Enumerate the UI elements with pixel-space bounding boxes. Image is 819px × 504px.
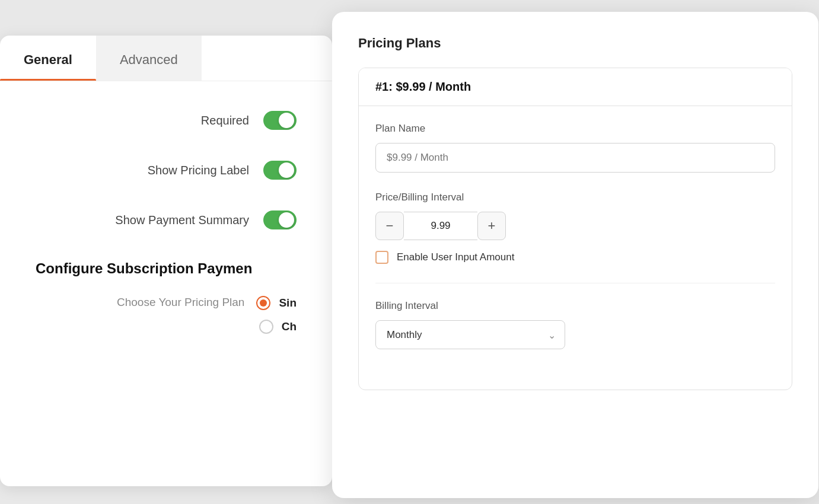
- plan-card: #1: $9.99 / Month Plan Name Price/Billin…: [358, 68, 792, 390]
- show-pricing-label-slider: [263, 161, 297, 180]
- enable-user-input-row: Enable User Input Amount: [375, 251, 775, 264]
- stepper-plus-button[interactable]: +: [477, 212, 506, 240]
- number-stepper: − 9.99 +: [375, 212, 506, 240]
- billing-interval-select[interactable]: Monthly Yearly Weekly Daily: [375, 320, 565, 349]
- left-content: Required Show Pricing Label Show Payment…: [0, 81, 332, 363]
- required-label: Required: [201, 114, 249, 127]
- tabs-header: General Advanced: [0, 36, 332, 81]
- radio-group: Sin Ch: [256, 296, 297, 334]
- radio-option-single[interactable]: Sin: [256, 296, 297, 310]
- right-panel: Pricing Plans #1: $9.99 / Month Plan Nam…: [332, 12, 818, 498]
- show-pricing-label-toggle[interactable]: [263, 161, 297, 180]
- plan-card-header: #1: $9.99 / Month: [359, 68, 792, 106]
- show-payment-summary-toggle[interactable]: [263, 210, 297, 229]
- plan-name-group: Plan Name: [375, 123, 775, 173]
- plan-name-label: Plan Name: [375, 123, 775, 135]
- radio-circle-single[interactable]: [256, 296, 270, 310]
- show-payment-summary-toggle-row: Show Payment Summary: [36, 210, 297, 229]
- radio-circle-checkout[interactable]: [259, 320, 273, 334]
- price-billing-label: Price/Billing Interval: [375, 192, 775, 203]
- stepper-value: 9.99: [404, 212, 477, 240]
- radio-label-checkout: Ch: [282, 320, 297, 333]
- plan-card-body: Plan Name Price/Billing Interval − 9.99 …: [359, 106, 792, 390]
- radio-label-single: Sin: [279, 296, 297, 310]
- plan-name-input[interactable]: [375, 143, 775, 173]
- billing-separator: [375, 283, 775, 283]
- required-toggle-slider: [263, 111, 297, 130]
- show-pricing-label-label: Show Pricing Label: [148, 164, 249, 177]
- show-pricing-label-toggle-row: Show Pricing Label: [36, 161, 297, 180]
- left-panel: General Advanced Required Show Pricing L…: [0, 36, 332, 486]
- configure-subscription-section: Configure Subscription Paymen Choose You…: [36, 260, 297, 334]
- required-toggle-row: Required: [36, 111, 297, 130]
- price-billing-group: Price/Billing Interval − 9.99 + Enable U…: [375, 192, 775, 264]
- pricing-plan-row: Choose Your Pricing Plan Sin Ch: [36, 296, 297, 334]
- tab-advanced[interactable]: Advanced: [96, 36, 202, 81]
- billing-select-wrapper: Monthly Yearly Weekly Daily ⌄: [375, 320, 565, 349]
- stepper-minus-button[interactable]: −: [375, 212, 404, 240]
- billing-interval-group: Billing Interval Monthly Yearly Weekly D…: [375, 300, 775, 349]
- billing-interval-label: Billing Interval: [375, 300, 775, 312]
- enable-user-input-checkbox[interactable]: [375, 251, 388, 264]
- main-container: General Advanced Required Show Pricing L…: [0, 0, 819, 504]
- pricing-plan-label: Choose Your Pricing Plan: [117, 296, 244, 309]
- show-payment-summary-label: Show Payment Summary: [115, 213, 249, 227]
- show-payment-summary-slider: [263, 210, 297, 229]
- panel-title: Pricing Plans: [358, 36, 792, 51]
- tab-general[interactable]: General: [0, 36, 96, 81]
- required-toggle[interactable]: [263, 111, 297, 130]
- radio-option-checkout[interactable]: Ch: [259, 320, 297, 334]
- enable-user-input-label: Enable User Input Amount: [397, 251, 514, 263]
- subscription-section-title: Configure Subscription Paymen: [36, 260, 297, 277]
